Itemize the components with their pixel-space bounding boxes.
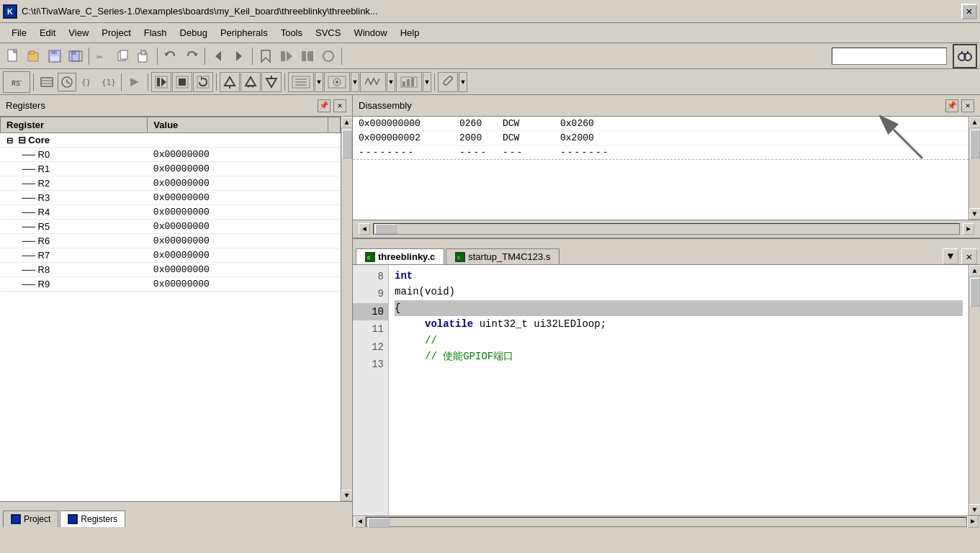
tab-project[interactable]: Project — [3, 511, 58, 527]
dropdown5-btn[interactable]: ▾ — [459, 72, 467, 92]
nav-fwd-btn[interactable] — [229, 46, 249, 66]
dis-vscrollbar[interactable]: ▲ ▼ — [968, 117, 980, 220]
menu-flash[interactable]: Flash — [138, 26, 173, 40]
dropdown2-btn[interactable]: ▾ — [351, 72, 359, 92]
copy-btn[interactable] — [113, 46, 133, 66]
debug-out-btn[interactable] — [318, 46, 338, 66]
table-row: ── R6 0x00000000 — [1, 234, 341, 248]
paste-btn[interactable] — [134, 46, 154, 66]
debug-step-btn[interactable] — [277, 46, 297, 66]
reg-scroll-down[interactable]: ▼ — [341, 490, 353, 501]
step-out-btn[interactable] — [261, 72, 282, 92]
debug-restart-btn[interactable] — [193, 72, 213, 92]
code-hscroll-thumb[interactable] — [368, 518, 390, 528]
watch-btn[interactable] — [58, 73, 76, 91]
disassembly-close-btn[interactable]: ✕ — [961, 99, 974, 112]
dis-hscroll-right[interactable]: ► — [963, 223, 974, 235]
dis-scroll-track[interactable] — [969, 128, 981, 208]
menu-peripherals[interactable]: Peripherals — [215, 26, 274, 40]
nav-back-btn[interactable] — [208, 46, 228, 66]
dis-hscroll-left[interactable]: ◄ — [359, 223, 370, 235]
main-area: Registers 📌 ✕ Register Value — [0, 95, 980, 527]
tab-threeblinky[interactable]: C threeblinky.c — [356, 248, 444, 264]
wave-btn[interactable] — [360, 72, 386, 92]
code-scroll-up[interactable]: ▲ — [969, 265, 981, 276]
registers-table-container[interactable]: Register Value ⊟ ⊟ Core — [0, 117, 341, 501]
menu-file[interactable]: File — [6, 26, 32, 40]
code-tab-close[interactable]: ✕ — [961, 248, 977, 264]
search-input[interactable] — [832, 48, 947, 65]
cut-btn[interactable]: ✂ — [92, 46, 112, 66]
menu-edit[interactable]: Edit — [34, 26, 61, 40]
debug-over-btn[interactable] — [297, 46, 318, 66]
dropdown4-btn[interactable]: ▾ — [423, 72, 431, 92]
reg-scroll-track[interactable] — [341, 128, 353, 490]
dis-addr-d: -------- — [359, 147, 459, 158]
locals-btn[interactable]: {} — [77, 72, 97, 92]
step-into-btn[interactable] — [220, 72, 240, 92]
toolbar2: RST {} {1} ▾ ▾ — [0, 69, 980, 95]
registers-vscrollbar[interactable]: ▲ ▼ — [341, 117, 352, 501]
dis-scroll-thumb[interactable] — [970, 130, 980, 158]
code-scroll-track[interactable] — [969, 276, 981, 504]
code-text-area[interactable]: int main(void) { volatile uint32_t ui32L… — [389, 265, 968, 516]
perf-btn[interactable] — [396, 72, 422, 92]
reg-scroll-up[interactable]: ▲ — [341, 117, 353, 128]
open-btn[interactable] — [24, 46, 44, 66]
code-vscrollbar[interactable]: ▲ ▼ — [968, 265, 980, 516]
dis-scroll-down[interactable]: ▼ — [969, 208, 981, 220]
svg-rect-68 — [69, 516, 76, 523]
svg-rect-4 — [30, 51, 35, 54]
registers-pin-btn[interactable]: 📌 — [318, 99, 331, 112]
view2-btn[interactable] — [324, 72, 350, 92]
code-hscroll-track[interactable] — [366, 517, 967, 527]
menu-help[interactable]: Help — [395, 26, 426, 40]
menu-debug[interactable]: Debug — [174, 26, 213, 40]
tools-btn[interactable] — [438, 72, 458, 92]
code-hscroll-right[interactable]: ► — [967, 516, 979, 528]
code-scroll-thumb[interactable] — [970, 278, 980, 307]
menu-svcs[interactable]: SVCS — [310, 26, 346, 40]
disassembly-pin-btn[interactable]: 📌 — [945, 99, 958, 112]
code-tabs: C threeblinky.c S startup_TM4C123.s ▼ ✕ — [353, 239, 980, 265]
dropdown1-btn[interactable]: ▾ — [315, 72, 323, 92]
code-scroll-down[interactable]: ▼ — [969, 504, 981, 516]
tab-registers[interactable]: Registers — [60, 511, 125, 527]
disassembly-win-btn[interactable] — [288, 72, 314, 92]
menu-project[interactable]: Project — [96, 26, 136, 40]
svg-rect-66 — [411, 78, 414, 86]
rst-btn[interactable]: RST — [3, 71, 30, 93]
undo-btn[interactable] — [161, 46, 181, 66]
registers-close-btn[interactable]: ✕ — [333, 99, 346, 112]
tb2-sep-5 — [284, 73, 285, 91]
reg-name-r1: ── R1 — [1, 162, 148, 176]
reg-scroll-thumb[interactable] — [342, 130, 352, 158]
bookmark-btn[interactable] — [256, 46, 276, 66]
toolbar-sep-3 — [204, 48, 205, 65]
regs-btn[interactable]: {1} — [98, 72, 118, 92]
run-to-cursor-btn[interactable] — [125, 72, 145, 92]
memory-btn[interactable] — [37, 72, 57, 92]
close-button[interactable]: ✕ — [961, 4, 977, 19]
disassembly-content[interactable]: 0x000000000 0260 DCW 0x0260 0x000000002 … — [353, 117, 980, 220]
code-tab-dropdown[interactable]: ▼ — [943, 248, 958, 264]
new-file-btn[interactable] — [3, 46, 23, 66]
dis-hscroll-track[interactable] — [373, 223, 960, 235]
reg-name-r0: ── R0 — [1, 148, 148, 162]
debug-start-btn[interactable] — [151, 72, 171, 92]
menu-view[interactable]: View — [63, 26, 94, 40]
dis-scroll-up[interactable]: ▲ — [969, 117, 981, 128]
code-hscroll-left[interactable]: ◄ — [354, 516, 366, 528]
menu-window[interactable]: Window — [348, 26, 392, 40]
code-hscrollbar[interactable]: ◄ ► — [353, 516, 980, 527]
menu-tools[interactable]: Tools — [275, 26, 308, 40]
dis-hscroll-thumb[interactable] — [375, 224, 397, 234]
save-all-btn[interactable] — [66, 46, 86, 66]
save-btn[interactable] — [45, 46, 65, 66]
redo-btn[interactable] — [181, 46, 202, 66]
search-binoculars-btn[interactable] — [953, 44, 977, 68]
step-over-btn[interactable] — [240, 72, 261, 92]
dropdown3-btn[interactable]: ▾ — [387, 72, 395, 92]
debug-stop-btn[interactable] — [172, 72, 192, 92]
tab-startup[interactable]: S startup_TM4C123.s — [446, 248, 559, 264]
